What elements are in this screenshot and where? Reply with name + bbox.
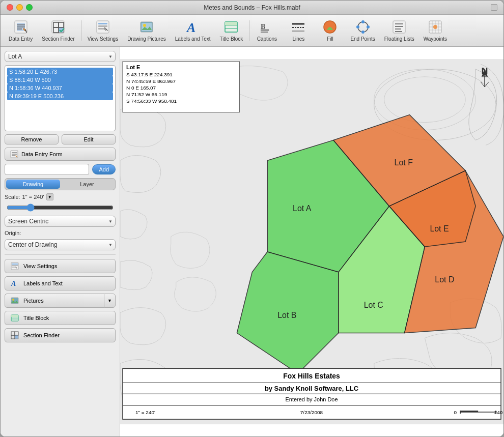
view-settings-side-icon [10,261,19,271]
floating-lists-icon [391,19,407,35]
traffic-lights [7,4,33,11]
lines-button[interactable]: Lines [283,17,314,44]
svg-text:N 0 E 165.07: N 0 E 165.07 [126,85,156,91]
title-block-side-label: Title Block [23,315,49,321]
fill-button[interactable]: Fill [315,17,345,44]
maximize-button[interactable] [26,4,33,11]
scale-dropdown[interactable]: ▼ [46,193,53,200]
svg-text:Entered by John Doe: Entered by John Doe [285,396,338,402]
bearing-item[interactable]: N 89:39:19 E 500.236 [7,92,113,100]
svg-rect-66 [15,335,18,339]
captions-button[interactable]: B Captions [251,17,282,44]
drawing-layer-tabs: Drawing Layer [5,178,116,190]
svg-rect-53 [12,264,18,265]
title-block-icon [223,19,239,35]
origin-label: Origin: [5,230,116,236]
section-finder-button[interactable]: Section Finder [38,17,78,44]
svg-text:N 71:52 W 65.119: N 71:52 W 65.119 [126,92,167,97]
labels-text-side-icon: A [10,279,19,288]
svg-point-58 [12,299,14,301]
svg-rect-62 [11,315,18,317]
remove-button[interactable]: Remove [5,134,59,144]
svg-rect-57 [11,298,18,304]
section-finder-side-label: Section Finder [23,332,60,338]
scale-slider[interactable] [7,203,114,212]
svg-text:N 74:45:59 E 863.967: N 74:45:59 E 863.967 [126,78,176,84]
view-settings-button[interactable]: View Settings [83,17,122,44]
bearing-item[interactable]: N 1:58:36 W 440.937 [7,84,113,92]
labels-text-label: Labels and Text [175,36,211,42]
data-entry-label: Data Entry [9,36,33,42]
title-block-side-button[interactable]: Title Block [5,311,116,325]
tab-layer[interactable]: Layer [60,180,114,189]
labels-text-side-button[interactable]: A Labels and Text [5,276,116,290]
toolbar-sep-2 [249,20,249,41]
zoom-button[interactable] [491,4,497,11]
svg-text:Fox Hills Estates: Fox Hills Estates [283,372,340,380]
lot-d-label: Lot D [435,275,454,284]
svg-point-32 [367,25,370,28]
main-window: Metes and Bounds – Fox Hills.mabf Data E… [0,0,504,437]
labels-text-button[interactable]: A Labels and Text [171,17,215,44]
lines-icon [290,19,306,35]
bearing-item[interactable]: S 1:58:20 E 426.73 [7,68,113,76]
pictures-btn-wrap: Pictures ▼ [5,294,116,308]
pictures-arrow-button[interactable]: ▼ [104,294,116,308]
close-button[interactable] [7,4,13,11]
fill-label: Fill [327,36,333,42]
view-settings-icon [95,19,111,35]
data-entry-icon [13,19,29,35]
svg-rect-64 [15,332,18,335]
data-entry-form-button[interactable]: Data Entry Form [5,148,116,161]
bearings-list[interactable]: S 1:58:20 E 426.73 S 88:1:40 W 500 N 1:5… [5,65,116,131]
svg-text:S 43:17:5 E 224.391: S 43:17:5 E 224.391 [126,72,173,77]
drawing-pictures-button[interactable]: Drawing Pictures [123,17,170,44]
waypoints-button[interactable]: Waypoints [419,17,451,44]
svg-point-34 [356,25,359,28]
lot-c-label: Lot C [364,301,383,309]
view-settings-side-button[interactable]: View Settings [5,259,116,273]
title-block-button[interactable]: Title Block [216,17,247,44]
toolbar-sep-1 [81,20,81,41]
svg-rect-12 [98,23,107,24]
title-bar-right [491,4,497,11]
lot-f-label: Lot F [395,158,413,167]
pictures-icon [10,296,19,305]
svg-point-33 [361,31,365,34]
section-finder-icon [50,19,66,35]
main-content: Lot A Lot B Lot C Lot D Lot E Lot F S 1:… [1,47,503,436]
tab-drawing[interactable]: Drawing [6,180,60,189]
end-points-button[interactable]: End Points [346,17,379,44]
minimize-button[interactable] [16,4,23,11]
lines-label: Lines [292,36,304,42]
drawing-area: Lot A Lot B Lot C Lot D Lot E Lot F Fox … [120,47,503,436]
add-button[interactable]: Add [92,164,116,174]
slider-wrap [5,203,116,213]
svg-text:by Sandy Knoll Software, LLC: by Sandy Knoll Software, LLC [265,385,358,392]
scale-row: Scale: 1" = 240' ▼ [5,193,116,200]
svg-text:B: B [261,23,265,31]
bearing-item[interactable]: S 88:1:40 W 500 [7,76,113,84]
section-finder-side-button[interactable]: Section Finder [5,328,116,342]
captions-icon: B [259,19,275,35]
mode-dropdown[interactable]: Screen Centric [5,216,116,227]
end-points-icon [355,19,371,35]
data-entry-form-label: Data Entry Form [21,151,63,157]
floating-lists-button[interactable]: Floating Lists [380,17,418,44]
edit-button[interactable]: Edit [62,134,116,144]
svg-text:0: 0 [454,410,457,415]
add-input[interactable] [5,164,89,175]
window-title: Metes and Bounds – Fox Hills.mabf [204,4,300,11]
drawing-pictures-icon [138,19,155,35]
svg-text:A: A [11,280,16,287]
data-entry-button[interactable]: Data Entry [5,17,37,44]
pictures-button[interactable]: Pictures [5,294,104,308]
view-settings-side-label: View Settings [23,263,57,269]
origin-dropdown[interactable]: Center of Drawing [5,239,116,250]
data-entry-form-icon [10,150,18,158]
lot-b-label: Lot B [277,311,296,319]
labels-text-side-label: Labels and Text [23,280,63,286]
title-block-label: Title Block [220,36,243,42]
lot-dropdown[interactable]: Lot A Lot B Lot C Lot D Lot E Lot F [5,51,116,62]
origin-dropdown-wrap: Center of Drawing [5,239,116,250]
